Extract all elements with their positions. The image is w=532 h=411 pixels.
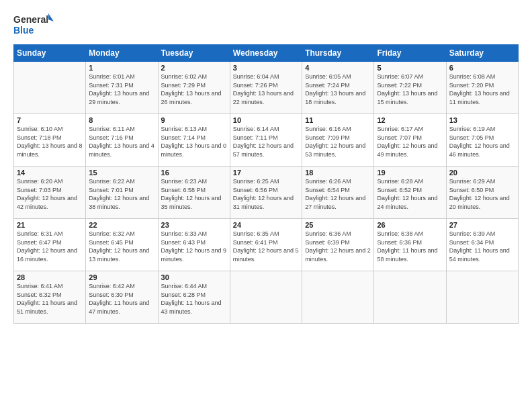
header-cell-saturday: Saturday <box>446 45 518 62</box>
cell-info: Sunrise: 6:35 AMSunset: 6:41 PMDaylight:… <box>233 230 299 263</box>
calendar-cell: 22Sunrise: 6:32 AMSunset: 6:45 PMDayligh… <box>86 219 158 271</box>
day-number: 2 <box>161 64 227 72</box>
calendar-cell: 8Sunrise: 6:11 AMSunset: 7:16 PMDaylight… <box>86 114 158 167</box>
cell-info: Sunrise: 6:20 AMSunset: 7:03 PMDaylight:… <box>17 178 77 210</box>
calendar-cell: 10Sunrise: 6:14 AMSunset: 7:11 PMDayligh… <box>230 114 302 167</box>
cell-info: Sunrise: 6:19 AMSunset: 7:05 PMDaylight:… <box>449 126 510 158</box>
day-number: 10 <box>233 116 299 124</box>
calendar-cell: 11Sunrise: 6:16 AMSunset: 7:09 PMDayligh… <box>302 114 374 167</box>
day-number: 24 <box>233 221 299 229</box>
svg-text:Blue: Blue <box>13 25 34 36</box>
day-number: 25 <box>305 221 371 229</box>
day-number: 30 <box>161 273 227 281</box>
week-row-5: 28Sunrise: 6:41 AMSunset: 6:32 PMDayligh… <box>14 271 519 324</box>
calendar-cell: 27Sunrise: 6:39 AMSunset: 6:34 PMDayligh… <box>446 219 518 271</box>
day-number: 5 <box>377 64 443 72</box>
day-number: 21 <box>17 221 83 229</box>
calendar-cell: 17Sunrise: 6:25 AMSunset: 6:56 PMDayligh… <box>230 167 302 219</box>
cell-info: Sunrise: 6:32 AMSunset: 6:45 PMDaylight:… <box>89 230 149 263</box>
cell-info: Sunrise: 6:23 AMSunset: 6:58 PMDaylight:… <box>161 178 222 210</box>
calendar-cell: 6Sunrise: 6:08 AMSunset: 7:20 PMDaylight… <box>446 62 518 114</box>
day-number: 20 <box>449 169 515 177</box>
calendar-header-row: SundayMondayTuesdayWednesdayThursdayFrid… <box>14 45 519 62</box>
cell-info: Sunrise: 6:29 AMSunset: 6:50 PMDaylight:… <box>449 178 510 210</box>
day-number: 1 <box>89 64 154 72</box>
day-number: 26 <box>377 221 443 229</box>
cell-info: Sunrise: 6:07 AMSunset: 7:22 PMDaylight:… <box>377 73 437 105</box>
cell-info: Sunrise: 6:42 AMSunset: 6:30 PMDaylight:… <box>89 283 149 315</box>
cell-info: Sunrise: 6:16 AMSunset: 7:09 PMDaylight:… <box>305 126 365 158</box>
cell-info: Sunrise: 6:31 AMSunset: 6:47 PMDaylight:… <box>17 230 77 263</box>
cell-info: Sunrise: 6:26 AMSunset: 6:54 PMDaylight:… <box>305 178 365 210</box>
day-number: 27 <box>449 221 515 229</box>
logo: General Blue <box>13 12 54 38</box>
header-cell-thursday: Thursday <box>302 45 374 62</box>
day-number: 22 <box>89 221 154 229</box>
header-cell-tuesday: Tuesday <box>158 45 230 62</box>
header-cell-friday: Friday <box>374 45 446 62</box>
day-number: 4 <box>305 64 371 72</box>
calendar-cell: 4Sunrise: 6:05 AMSunset: 7:24 PMDaylight… <box>302 62 374 114</box>
cell-info: Sunrise: 6:25 AMSunset: 6:56 PMDaylight:… <box>233 178 294 210</box>
cell-info: Sunrise: 6:28 AMSunset: 6:52 PMDaylight:… <box>377 178 437 210</box>
calendar-cell <box>302 271 374 324</box>
calendar-table: SundayMondayTuesdayWednesdayThursdayFrid… <box>13 44 519 324</box>
day-number: 23 <box>161 221 227 229</box>
cell-info: Sunrise: 6:13 AMSunset: 7:14 PMDaylight:… <box>161 126 227 158</box>
week-row-2: 7Sunrise: 6:10 AMSunset: 7:18 PMDaylight… <box>14 114 519 167</box>
calendar-cell: 15Sunrise: 6:22 AMSunset: 7:01 PMDayligh… <box>86 167 158 219</box>
header-cell-sunday: Sunday <box>14 45 86 62</box>
day-number: 12 <box>377 116 443 124</box>
calendar-cell: 30Sunrise: 6:44 AMSunset: 6:28 PMDayligh… <box>158 271 230 324</box>
logo-svg: General Blue <box>13 12 54 38</box>
day-number: 13 <box>449 116 515 124</box>
cell-info: Sunrise: 6:11 AMSunset: 7:16 PMDaylight:… <box>89 126 154 158</box>
cell-info: Sunrise: 6:14 AMSunset: 7:11 PMDaylight:… <box>233 126 294 158</box>
calendar-cell: 24Sunrise: 6:35 AMSunset: 6:41 PMDayligh… <box>230 219 302 271</box>
calendar-cell: 29Sunrise: 6:42 AMSunset: 6:30 PMDayligh… <box>86 271 158 324</box>
cell-info: Sunrise: 6:08 AMSunset: 7:20 PMDaylight:… <box>449 73 510 105</box>
calendar-cell <box>230 271 302 324</box>
calendar-cell <box>14 62 86 114</box>
calendar-cell: 25Sunrise: 6:36 AMSunset: 6:39 PMDayligh… <box>302 219 374 271</box>
cell-info: Sunrise: 6:05 AMSunset: 7:24 PMDaylight:… <box>305 73 365 105</box>
cell-info: Sunrise: 6:02 AMSunset: 7:29 PMDaylight:… <box>161 73 222 105</box>
calendar-cell: 18Sunrise: 6:26 AMSunset: 6:54 PMDayligh… <box>302 167 374 219</box>
week-row-3: 14Sunrise: 6:20 AMSunset: 7:03 PMDayligh… <box>14 167 519 219</box>
day-number: 15 <box>89 169 154 177</box>
calendar-cell: 13Sunrise: 6:19 AMSunset: 7:05 PMDayligh… <box>446 114 518 167</box>
svg-marker-2 <box>48 13 54 21</box>
calendar-cell: 19Sunrise: 6:28 AMSunset: 6:52 PMDayligh… <box>374 167 446 219</box>
cell-info: Sunrise: 6:33 AMSunset: 6:43 PMDaylight:… <box>161 230 227 263</box>
calendar-cell <box>446 271 518 324</box>
day-number: 3 <box>233 64 299 72</box>
calendar-cell <box>374 271 446 324</box>
day-number: 19 <box>377 169 443 177</box>
day-number: 14 <box>17 169 83 177</box>
page: General Blue SundayMondayTuesdayWednesda… <box>0 0 532 411</box>
calendar-cell: 7Sunrise: 6:10 AMSunset: 7:18 PMDaylight… <box>14 114 86 167</box>
calendar-cell: 23Sunrise: 6:33 AMSunset: 6:43 PMDayligh… <box>158 219 230 271</box>
cell-info: Sunrise: 6:41 AMSunset: 6:32 PMDaylight:… <box>17 283 77 315</box>
day-number: 8 <box>89 116 154 124</box>
cell-info: Sunrise: 6:36 AMSunset: 6:39 PMDaylight:… <box>305 230 371 263</box>
cell-info: Sunrise: 6:22 AMSunset: 7:01 PMDaylight:… <box>89 178 149 210</box>
week-row-4: 21Sunrise: 6:31 AMSunset: 6:47 PMDayligh… <box>14 219 519 271</box>
calendar-cell: 21Sunrise: 6:31 AMSunset: 6:47 PMDayligh… <box>14 219 86 271</box>
week-row-1: 1Sunrise: 6:01 AMSunset: 7:31 PMDaylight… <box>14 62 519 114</box>
cell-info: Sunrise: 6:04 AMSunset: 7:26 PMDaylight:… <box>233 73 294 105</box>
calendar-cell: 12Sunrise: 6:17 AMSunset: 7:07 PMDayligh… <box>374 114 446 167</box>
cell-info: Sunrise: 6:44 AMSunset: 6:28 PMDaylight:… <box>161 283 222 315</box>
day-number: 29 <box>89 273 154 281</box>
day-number: 7 <box>17 116 83 124</box>
day-number: 11 <box>305 116 371 124</box>
calendar-cell: 9Sunrise: 6:13 AMSunset: 7:14 PMDaylight… <box>158 114 230 167</box>
calendar-cell: 26Sunrise: 6:38 AMSunset: 6:36 PMDayligh… <box>374 219 446 271</box>
header-cell-monday: Monday <box>86 45 158 62</box>
calendar-cell: 3Sunrise: 6:04 AMSunset: 7:26 PMDaylight… <box>230 62 302 114</box>
day-number: 18 <box>305 169 371 177</box>
cell-info: Sunrise: 6:01 AMSunset: 7:31 PMDaylight:… <box>89 73 149 105</box>
calendar-cell: 28Sunrise: 6:41 AMSunset: 6:32 PMDayligh… <box>14 271 86 324</box>
day-number: 6 <box>449 64 515 72</box>
calendar-cell: 5Sunrise: 6:07 AMSunset: 7:22 PMDaylight… <box>374 62 446 114</box>
